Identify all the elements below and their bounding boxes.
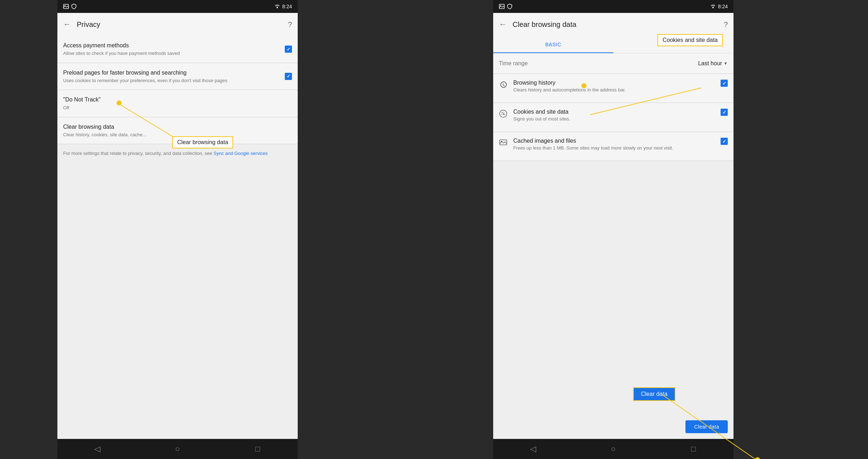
clear-item-browsing-history[interactable]: Browsing history Clears history and auto… xyxy=(493,74,733,103)
nav-home-left[interactable]: ○ xyxy=(169,440,186,458)
page-title-right: Clear browsing data xyxy=(513,20,718,29)
history-subtitle: Clears history and autocompletions in th… xyxy=(513,87,715,93)
image-icon xyxy=(63,4,69,9)
svg-point-6 xyxy=(502,112,503,113)
content-right: Time range Last hour ▼ Browsing history … xyxy=(493,53,733,439)
setting-preload[interactable]: Preload pages for faster browsing and se… xyxy=(57,63,298,90)
status-icons-left xyxy=(63,4,77,9)
nav-recent-right[interactable]: □ xyxy=(685,440,702,458)
status-icons-right-left xyxy=(499,4,513,9)
right-phone-panel: 8:24 ← Clear browsing data ? BASIC ADVAN… xyxy=(493,0,733,459)
time-range-value: Last hour ▼ xyxy=(698,60,728,67)
time-left: 8:24 xyxy=(282,4,292,9)
shield-icon xyxy=(71,4,77,9)
nav-home-right[interactable]: ○ xyxy=(605,440,622,458)
setting-clear-browsing[interactable]: Clear browsing data Clear history, cooki… xyxy=(57,117,298,144)
app-bar-left: ← Privacy ? xyxy=(57,13,298,36)
svg-point-8 xyxy=(501,114,502,115)
clear-item-cookies[interactable]: Cookies and site data Signs you out of m… xyxy=(493,103,733,132)
checkbox-payment[interactable] xyxy=(285,46,292,53)
time-range-label: Time range xyxy=(499,60,528,67)
cookies-title: Cookies and site data xyxy=(513,109,715,115)
checkbox-preload[interactable] xyxy=(285,73,292,80)
history-title: Browsing history xyxy=(513,80,715,86)
tab-advanced[interactable]: ADVANCED xyxy=(613,36,733,53)
left-phone-panel: 8:24 ← Privacy ? Access payment methods … xyxy=(57,0,298,459)
cache-subtitle: Frees up less than 1 MB. Some sites may … xyxy=(513,145,715,151)
app-bar-right: ← Clear browsing data ? xyxy=(493,13,733,36)
clear-data-button[interactable]: Clear data xyxy=(685,420,728,433)
page-title-left: Privacy xyxy=(77,20,282,29)
svg-point-9 xyxy=(503,113,504,115)
cookie-icon xyxy=(499,109,508,118)
nav-back-right[interactable]: ◁ xyxy=(525,440,542,458)
image-icon-right xyxy=(499,4,505,9)
back-button-right[interactable]: ← xyxy=(499,20,507,29)
checkbox-history[interactable] xyxy=(721,80,728,87)
nav-back-left[interactable]: ◁ xyxy=(89,440,106,458)
svg-point-7 xyxy=(504,112,504,113)
sync-link[interactable]: Sync and Google services xyxy=(213,151,268,156)
setting-do-not-track[interactable]: "Do Not Track" Off xyxy=(57,90,298,117)
setting-subtitle-dnt: Off xyxy=(63,105,292,111)
cache-icon xyxy=(499,138,508,147)
shield-icon-right xyxy=(507,4,513,9)
dropdown-arrow-icon: ▼ xyxy=(723,61,728,66)
cookies-subtitle: Signs you out of most sites. xyxy=(513,116,715,122)
tab-basic[interactable]: BASIC xyxy=(493,36,613,53)
status-icons-right-right: 8:24 xyxy=(710,4,728,9)
tabs: BASIC ADVANCED xyxy=(493,36,733,53)
setting-title-dnt: "Do Not Track" xyxy=(63,96,292,104)
setting-subtitle-preload: Uses cookies to remember your preference… xyxy=(63,77,285,84)
checkbox-cookies[interactable] xyxy=(721,109,728,116)
setting-title-clear: Clear browsing data xyxy=(63,123,292,131)
divider-cache xyxy=(493,161,733,161)
time-right: 8:24 xyxy=(718,4,728,9)
setting-subtitle-clear: Clear history, cookies, site data, cache… xyxy=(63,132,292,138)
setting-title-payment: Access payment methods xyxy=(63,42,285,49)
status-icons-right: 8:24 xyxy=(274,4,292,9)
svg-point-10 xyxy=(504,114,505,115)
setting-subtitle-payment: Allow sites to check if you have payment… xyxy=(63,50,285,57)
setting-payment-methods[interactable]: Access payment methods Allow sites to ch… xyxy=(57,36,298,63)
time-range-row[interactable]: Time range Last hour ▼ xyxy=(493,53,733,74)
checkbox-cache[interactable] xyxy=(721,138,728,145)
nav-recent-left[interactable]: □ xyxy=(249,440,266,458)
content-left: Access payment methods Allow sites to ch… xyxy=(57,36,298,439)
nav-bar-left: ◁ ○ □ xyxy=(57,439,298,459)
nav-bar-right: ◁ ○ □ xyxy=(493,439,733,459)
status-bar-right: 8:24 xyxy=(493,0,733,13)
status-bar-left: 8:24 xyxy=(57,0,298,13)
cache-title: Cached images and files xyxy=(513,138,715,144)
help-icon-left[interactable]: ? xyxy=(288,20,292,29)
setting-title-preload: Preload pages for faster browsing and se… xyxy=(63,69,285,77)
footer-text: For more settings that relate to privacy… xyxy=(57,144,298,163)
back-button-left[interactable]: ← xyxy=(63,20,71,29)
help-icon-right[interactable]: ? xyxy=(724,20,728,29)
clear-item-cache[interactable]: Cached images and files Frees up less th… xyxy=(493,132,733,161)
history-icon xyxy=(499,80,508,89)
